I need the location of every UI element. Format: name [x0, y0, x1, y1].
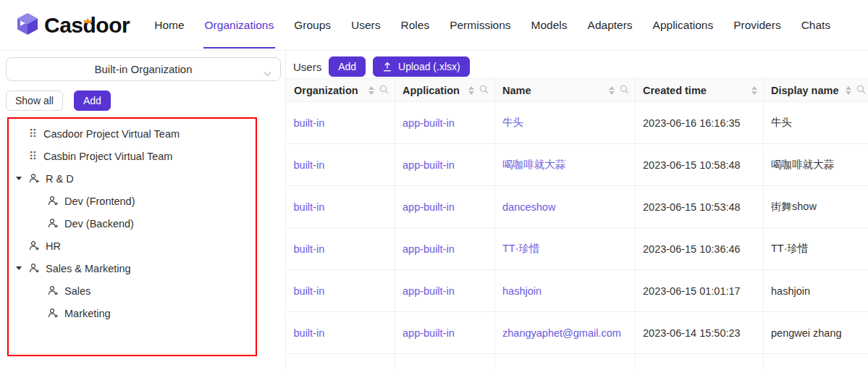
tree-item-dev-backend[interactable]: Dev (Backend) — [9, 212, 256, 235]
tree-item-sales-and-marketing[interactable]: Sales & Marketing — [9, 257, 256, 279]
created-time-cell: 2023-06-14 15:50:23 — [636, 312, 764, 354]
tree-item-label: R & D — [46, 173, 74, 185]
table-row: built-in app-built-in hashjoin 2023-06-1… — [287, 270, 868, 312]
column-label: Organization — [294, 85, 358, 96]
tree-item-label: Sales & Marketing — [46, 263, 131, 274]
nav-item-home[interactable]: Home — [144, 0, 194, 50]
column-label: Display name — [771, 85, 839, 96]
sorter-icon[interactable] — [751, 86, 757, 95]
column-header-application[interactable]: Application — [395, 79, 495, 102]
user-name-link[interactable]: 牛头 — [502, 117, 523, 128]
nav-item-applications[interactable]: Applications — [643, 0, 724, 50]
organization-link[interactable]: built-in — [294, 285, 325, 297]
table-row: built-in app-built-in zhangyaphet@gmail.… — [287, 312, 868, 354]
caret-down-icon[interactable] — [13, 266, 29, 270]
sorter-icon[interactable] — [368, 86, 374, 95]
nav-item-models[interactable]: Models — [521, 0, 578, 50]
search-icon[interactable] — [379, 85, 389, 96]
nav-item-adapters[interactable]: Adapters — [578, 0, 643, 50]
tree-item-label: Sales — [64, 285, 90, 297]
tree-item-dev-frontend[interactable]: Dev (Frontend) — [9, 190, 256, 212]
tree-item-r-and-d[interactable]: R & D — [9, 167, 256, 190]
application-link[interactable]: app-built-in — [403, 285, 455, 297]
application-link[interactable]: app-built-in — [403, 117, 455, 129]
tree-item-sales[interactable]: Sales — [9, 279, 256, 302]
column-header-display-name[interactable]: Display name — [764, 79, 868, 102]
upload-icon — [382, 62, 392, 72]
nav-item-roles[interactable]: Roles — [391, 0, 440, 50]
column-header-name[interactable]: Name — [495, 79, 636, 102]
application-link[interactable]: app-built-in — [403, 369, 455, 370]
top-navbar: Casdoor Home Organizations Groups Users … — [0, 0, 868, 51]
users-table: Organization Application — [286, 78, 868, 369]
upload-button-label: Upload (.xlsx) — [398, 61, 460, 72]
user-name-link[interactable]: danceshow — [502, 201, 555, 213]
nav-item-organizations[interactable]: Organizations — [195, 0, 285, 50]
display-name-cell: zhaoyh — [764, 354, 868, 370]
organization-link[interactable]: built-in — [294, 243, 325, 255]
sorter-icon[interactable] — [846, 86, 851, 95]
nav-item-providers[interactable]: Providers — [723, 0, 791, 50]
tree-item-label: Casbin Project Virtual Team — [43, 151, 172, 162]
upload-xlsx-button[interactable]: Upload (.xlsx) — [373, 56, 470, 77]
tree-item-label: Dev (Backend) — [64, 218, 134, 230]
tree-item-casdoor-project-virtual-team[interactable]: ⠿ Casdoor Project Virtual Team — [9, 122, 256, 145]
sorter-icon[interactable] — [468, 86, 474, 95]
display-name-cell: TT·珍惜 — [764, 228, 868, 270]
application-link[interactable]: app-built-in — [403, 327, 455, 339]
application-link[interactable]: app-built-in — [403, 159, 455, 171]
casdoor-logo[interactable]: Casdoor — [14, 11, 130, 40]
usergroup-add-icon — [48, 308, 59, 319]
user-name-link[interactable]: zhaoyh — [502, 369, 536, 370]
organization-link[interactable]: built-in — [294, 369, 325, 370]
organization-link[interactable]: built-in — [294, 201, 325, 213]
crown-icon — [83, 14, 92, 27]
drag-handle-icon[interactable]: ⠿ — [29, 151, 37, 161]
user-name-link[interactable]: TT·珍惜 — [502, 243, 540, 254]
nav-item-permissions[interactable]: Permissions — [439, 0, 521, 50]
organization-select[interactable]: Built-in Organization — [6, 57, 281, 81]
add-user-button[interactable]: Add — [329, 56, 366, 77]
tree-item-label: Marketing — [64, 308, 111, 319]
user-name-link[interactable]: zhangyaphet@gmail.com — [502, 327, 621, 339]
sorter-icon[interactable] — [609, 86, 615, 95]
display-name-cell: 喝咖啡就大蒜 — [764, 144, 868, 186]
user-name-link[interactable]: hashjoin — [502, 285, 542, 297]
nav-item-groups[interactable]: Groups — [284, 0, 341, 50]
created-time-cell: 2023-06-15 10:53:48 — [636, 186, 764, 228]
nav-item-chats[interactable]: Chats — [791, 0, 841, 50]
user-name-link[interactable]: 喝咖啡就大蒜 — [502, 159, 565, 170]
organization-link[interactable]: built-in — [294, 117, 325, 129]
add-group-button[interactable]: Add — [74, 91, 111, 111]
usergroup-add-icon — [48, 218, 59, 229]
application-link[interactable]: app-built-in — [403, 243, 455, 255]
display-name-cell: pengwei zhang — [764, 312, 868, 354]
tree-item-marketing[interactable]: Marketing — [9, 302, 256, 324]
usergroup-add-icon — [29, 263, 40, 274]
column-label: Application — [403, 85, 460, 96]
usergroup-add-icon — [48, 195, 59, 206]
caret-down-icon[interactable] — [13, 177, 29, 180]
application-link[interactable]: app-built-in — [403, 201, 455, 213]
column-header-created-time[interactable]: Created time — [636, 79, 764, 102]
organization-select-value: Built-in Organization — [94, 63, 192, 75]
show-all-button[interactable]: Show all — [6, 91, 63, 111]
created-time-cell: 2023-06-15 01:01:17 — [636, 270, 764, 312]
users-title: Users — [293, 61, 321, 73]
drag-handle-icon[interactable]: ⠿ — [29, 128, 37, 139]
tree-item-hr[interactable]: HR — [9, 235, 256, 257]
tree-item-casbin-project-virtual-team[interactable]: ⠿ Casbin Project Virtual Team — [9, 145, 256, 167]
table-row: built-in app-built-in 牛头 2023-06-16 16:1… — [287, 102, 868, 144]
organization-link[interactable]: built-in — [294, 327, 325, 339]
search-icon[interactable] — [856, 85, 866, 96]
search-icon[interactable] — [479, 85, 489, 96]
column-header-organization[interactable]: Organization — [287, 79, 395, 102]
organization-link[interactable]: built-in — [294, 159, 325, 171]
table-row: built-in app-built-in danceshow 2023-06-… — [287, 186, 868, 228]
search-icon[interactable] — [620, 85, 629, 96]
users-panel: Users Add Upload (.xlsx) Organization — [286, 51, 868, 369]
organization-side-panel: Built-in Organization Show all Add ⠿ Cas… — [0, 51, 286, 369]
usergroup-add-icon — [48, 285, 59, 296]
nav-item-users[interactable]: Users — [341, 0, 390, 50]
chevron-down-icon — [264, 67, 271, 79]
